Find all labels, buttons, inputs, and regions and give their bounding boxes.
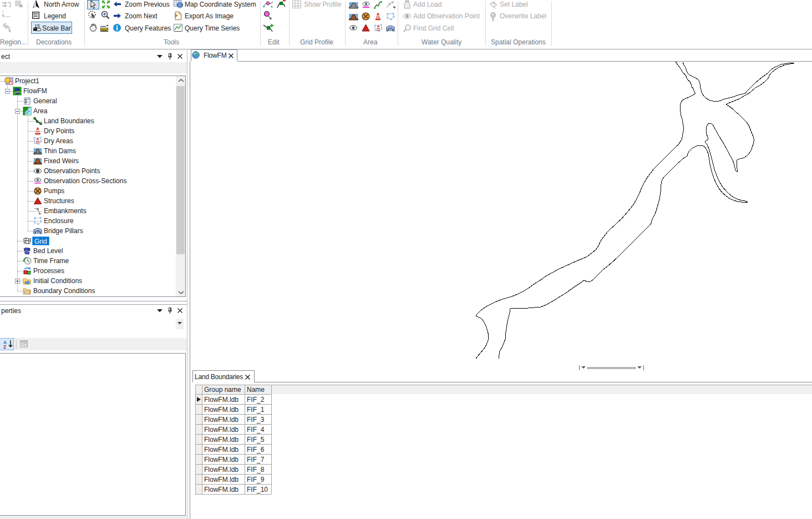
svg-text:Z: Z: [3, 344, 6, 350]
